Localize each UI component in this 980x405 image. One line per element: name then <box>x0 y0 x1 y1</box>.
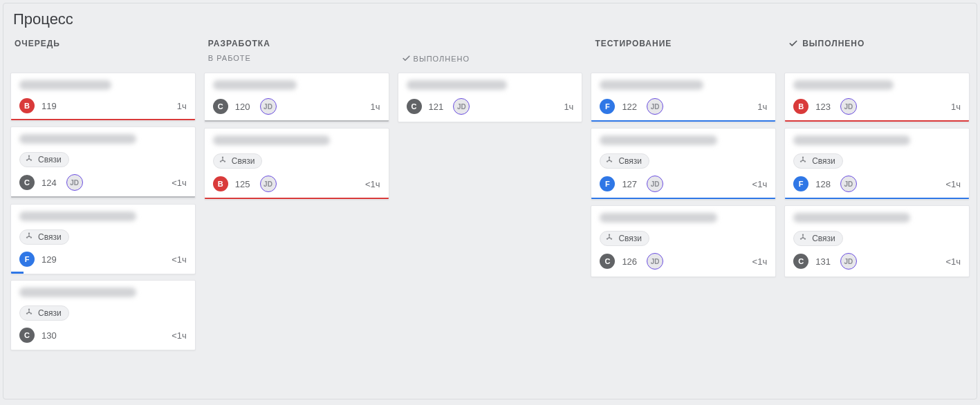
card-meta: C 126 JD <1ч <box>600 253 767 270</box>
card-id: 126 <box>622 256 637 267</box>
type-badge: C <box>19 175 35 190</box>
assignee-avatar[interactable]: JD <box>453 98 470 115</box>
column-title: ВЫПОЛНЕНО <box>802 39 865 48</box>
links-icon <box>798 234 808 243</box>
links-label: Связи <box>812 234 835 243</box>
card-title-blur <box>19 288 136 297</box>
links-icon <box>798 156 808 166</box>
links-tag[interactable]: Связи <box>793 231 843 246</box>
svg-point-3 <box>28 233 30 234</box>
links-tag[interactable]: Связи <box>19 152 69 167</box>
column-title: ОЧЕРЕДЬ <box>15 39 192 48</box>
type-badge: F <box>600 176 615 191</box>
svg-point-13 <box>607 160 608 162</box>
links-tag[interactable]: Связи <box>19 305 69 321</box>
links-tag[interactable]: Связи <box>600 153 649 169</box>
type-badge: C <box>213 99 228 114</box>
card-title-blur <box>793 135 910 145</box>
assignee-avatar[interactable]: JD <box>840 176 857 192</box>
links-icon <box>218 156 228 166</box>
links-label: Связи <box>618 156 642 166</box>
links-tag[interactable]: Связи <box>793 153 843 169</box>
svg-point-11 <box>224 160 225 162</box>
board-title: Процесс <box>13 10 967 28</box>
card-accent <box>785 198 969 199</box>
assignee-avatar[interactable]: JD <box>840 98 857 115</box>
column-title: ТЕСТИРОВАНИЕ <box>595 39 772 48</box>
column-header: ВЫПОЛНЕНО <box>396 35 584 73</box>
links-icon <box>24 232 34 242</box>
card-title-blur <box>213 80 297 90</box>
assignee-avatar[interactable]: JD <box>647 176 663 192</box>
card-title-blur <box>19 211 136 221</box>
card-estimate: <1ч <box>172 330 187 341</box>
card-list: B 123 JD 1ч Св <box>783 73 971 277</box>
card-accent <box>205 120 389 122</box>
assignee-avatar[interactable]: JD <box>840 253 857 270</box>
card-id: 122 <box>622 102 637 112</box>
svg-point-20 <box>804 160 806 162</box>
card-accent <box>785 120 969 122</box>
kanban-card[interactable]: Связи C 131 JD <1ч <box>784 205 970 277</box>
card-estimate: <1ч <box>752 179 768 189</box>
links-icon <box>24 308 34 318</box>
kanban-card[interactable]: Связи C 124 JD <1ч <box>10 126 196 198</box>
assignee-avatar[interactable]: JD <box>260 176 277 192</box>
type-badge: C <box>600 254 615 269</box>
card-meta: F 122 JD 1ч <box>600 98 767 115</box>
card-accent <box>11 272 24 274</box>
kanban-card[interactable]: Связи F 128 JD <1ч <box>784 128 970 200</box>
assignee-avatar[interactable]: JD <box>260 98 277 115</box>
card-meta: F 129 <1ч <box>19 252 187 267</box>
card-meta: C 131 JD <1ч <box>793 253 961 270</box>
kanban-card[interactable]: B 119 1ч <box>10 73 196 121</box>
column-subtitle: ВЫПОЛНЕНО <box>414 55 470 63</box>
kanban-card[interactable]: Связи C 130 <1ч <box>10 280 196 350</box>
kanban-card[interactable]: Связи B 125 JD <1ч <box>204 128 389 200</box>
assignee-avatar[interactable]: JD <box>647 98 663 115</box>
card-id: 129 <box>41 254 57 265</box>
svg-point-5 <box>30 236 32 238</box>
card-meta: C 120 JD 1ч <box>213 98 380 115</box>
type-badge: F <box>19 252 35 267</box>
svg-point-19 <box>800 160 802 162</box>
card-estimate: 1ч <box>757 102 767 112</box>
column-header: РАЗРАБОТКА В РАБОТЕ <box>203 35 391 73</box>
links-tag[interactable]: Связи <box>600 231 649 246</box>
card-id: 119 <box>41 101 57 111</box>
card-estimate: <1ч <box>752 256 768 267</box>
card-estimate: <1ч <box>172 254 187 265</box>
kanban-card[interactable]: Связи F 129 <1ч <box>10 204 196 274</box>
column-dev-done: ВЫПОЛНЕНО C 121 JD 1ч <box>396 35 584 122</box>
type-badge: B <box>213 176 228 191</box>
kanban-card[interactable]: B 123 JD 1ч <box>784 73 970 122</box>
svg-point-4 <box>26 236 28 238</box>
type-badge: B <box>19 98 35 113</box>
svg-point-14 <box>611 160 612 162</box>
card-meta: B 123 JD 1ч <box>793 98 961 115</box>
card-title-blur <box>407 80 507 90</box>
column-header: ОЧЕРЕДЬ <box>9 35 197 73</box>
kanban-card[interactable]: F 122 JD 1ч <box>591 73 776 122</box>
kanban-card[interactable]: Связи F 127 JD <1ч <box>591 128 776 200</box>
svg-point-1 <box>26 159 28 160</box>
assignee-avatar[interactable]: JD <box>66 174 83 191</box>
svg-point-0 <box>28 156 30 157</box>
card-accent <box>11 119 195 120</box>
links-icon <box>24 155 34 164</box>
svg-point-8 <box>30 312 32 314</box>
kanban-board: Процесс ОЧЕРЕДЬ B 119 1ч <box>3 3 977 399</box>
kanban-card[interactable]: Связи C 126 JD <1ч <box>591 205 776 277</box>
card-meta: F 128 JD <1ч <box>793 176 961 192</box>
svg-point-18 <box>802 157 804 158</box>
type-badge: F <box>600 99 615 114</box>
card-estimate: <1ч <box>172 178 187 188</box>
column-title: РАЗРАБОТКА <box>208 39 385 48</box>
kanban-card[interactable]: C 120 JD 1ч <box>204 73 389 122</box>
card-meta: C 121 JD 1ч <box>407 98 574 115</box>
type-badge: C <box>407 99 422 114</box>
kanban-card[interactable]: C 121 JD 1ч <box>398 73 583 122</box>
assignee-avatar[interactable]: JD <box>647 253 663 270</box>
links-tag[interactable]: Связи <box>213 153 263 169</box>
links-tag[interactable]: Связи <box>19 229 69 245</box>
